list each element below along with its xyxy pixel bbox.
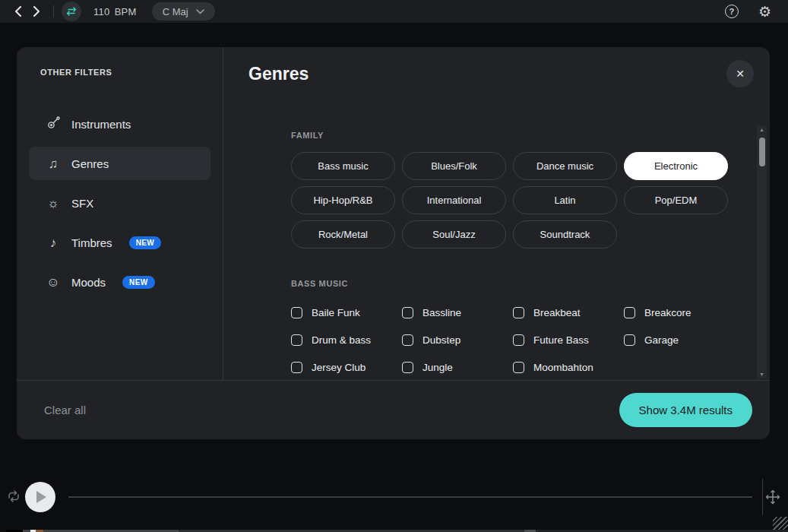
chevron-down-icon: [196, 9, 204, 14]
family-pill-soundtrack[interactable]: Soundtrack: [513, 220, 617, 249]
checkbox-icon[interactable]: [402, 307, 413, 318]
bpm-sync-button[interactable]: [62, 2, 81, 21]
new-badge: NEW: [122, 276, 155, 289]
checkbox-label: Baile Funk: [312, 307, 360, 318]
player-divider: [762, 479, 763, 515]
new-badge: NEW: [129, 236, 162, 249]
subgenre-breakcore[interactable]: Breakcore: [624, 299, 735, 326]
checkbox-icon[interactable]: [402, 334, 413, 346]
subgenre-dubstep[interactable]: Dubstep: [402, 326, 513, 353]
checkbox-icon[interactable]: [291, 307, 302, 318]
forward-button[interactable]: [27, 2, 46, 21]
family-pill-rock-metal[interactable]: Rock/Metal: [291, 220, 395, 249]
checkbox-label: Future Bass: [533, 334, 589, 346]
bpm-display: 110 BPM: [93, 6, 137, 17]
back-button[interactable]: [9, 2, 27, 21]
checkbox-label: Jersey Club: [312, 362, 366, 373]
family-pill-international[interactable]: International: [402, 186, 506, 214]
bpm-value: 110: [93, 6, 110, 17]
chevron-right-icon: [32, 6, 41, 17]
panel-title: Genres: [248, 64, 309, 84]
checkbox-icon[interactable]: [624, 307, 635, 318]
filters-sidebar: OTHER FILTERS Instruments ♫ Genres: [17, 47, 223, 380]
checkbox-label: Garage: [644, 334, 679, 346]
checkbox-label: Bassline: [422, 307, 461, 318]
player-bar: [0, 471, 788, 524]
subgenre-jersey-club[interactable]: Jersey Club: [291, 353, 402, 381]
bass-music-heading: BASS MUSIC: [291, 279, 735, 288]
family-pill-blues-folk[interactable]: Blues/Folk: [402, 152, 506, 180]
checkbox-icon[interactable]: [624, 334, 635, 346]
sidebar-item-label: Timbres: [71, 236, 112, 249]
checkbox-label: Jungle: [422, 362, 453, 373]
checkbox-label: Drum & bass: [312, 334, 371, 346]
seek-bar[interactable]: [68, 496, 752, 498]
checkbox-icon[interactable]: [291, 362, 302, 373]
music-notes-icon: ♫: [46, 157, 61, 170]
family-pill-pop-edm[interactable]: Pop/EDM: [624, 186, 728, 214]
subgenre-baile-funk[interactable]: Baile Funk: [291, 299, 402, 326]
show-results-button[interactable]: Show 3.4M results: [619, 393, 752, 427]
scrollbar-thumb[interactable]: [759, 138, 765, 166]
settings-gear-icon[interactable]: ⚙: [758, 5, 771, 19]
chevron-left-icon: [14, 6, 23, 17]
subgenre-drum-and-bass[interactable]: Drum & bass: [291, 326, 402, 353]
music-note-icon: ♪: [46, 236, 61, 249]
checkbox-icon[interactable]: [513, 307, 524, 318]
sidebar-item-sfx[interactable]: ☼ SFX: [29, 186, 210, 220]
help-icon[interactable]: ?: [725, 5, 739, 18]
checkbox-label: Moombahton: [533, 362, 593, 373]
loop-icon[interactable]: [6, 489, 21, 505]
subgenre-checkbox-grid: Baile Funk Bassline Breakbeat Breakcore …: [291, 299, 735, 381]
checkbox-icon[interactable]: [291, 334, 302, 346]
checkbox-label: Breakbeat: [533, 307, 581, 318]
clear-all-button[interactable]: Clear all: [44, 404, 86, 416]
checkbox-label: Breakcore: [644, 307, 691, 318]
key-selector-dropdown[interactable]: C Maj: [152, 2, 215, 21]
family-heading: FAMILY: [291, 131, 735, 140]
help-glyph: ?: [729, 7, 735, 16]
subgenre-moombahton[interactable]: Moombahton: [513, 353, 624, 381]
subgenre-jungle[interactable]: Jungle: [402, 353, 513, 381]
move-handle-icon[interactable]: [764, 489, 781, 508]
checkbox-icon[interactable]: [402, 362, 413, 373]
scroll-up-icon[interactable]: ▲: [759, 125, 764, 134]
genres-panel: Genres ✕ FAMILY Bass music Blues/Folk Da…: [223, 47, 770, 380]
family-pill-bass-music[interactable]: Bass music: [291, 152, 395, 180]
subgenre-bassline[interactable]: Bassline: [402, 299, 513, 326]
smiley-icon: ☺: [46, 276, 61, 289]
scroll-down-icon[interactable]: ▼: [759, 370, 764, 378]
checkbox-icon[interactable]: [513, 334, 524, 346]
sidebar-item-label: Genres: [71, 157, 109, 170]
close-icon: ✕: [736, 68, 745, 80]
family-pill-grid: Bass music Blues/Folk Dance music Electr…: [291, 152, 735, 249]
guitar-icon: [46, 116, 61, 132]
sidebar-item-label: SFX: [71, 197, 93, 210]
swap-arrows-icon: [66, 7, 77, 16]
sidebar-item-instruments[interactable]: Instruments: [29, 107, 210, 141]
bpm-unit: BPM: [115, 6, 137, 17]
sidebar-item-genres[interactable]: ♫ Genres: [29, 147, 210, 180]
top-toolbar: 110 BPM C Maj ? ⚙: [0, 0, 788, 23]
close-button[interactable]: ✕: [726, 60, 754, 87]
play-icon: [36, 491, 46, 503]
checkbox-label: Dubstep: [422, 334, 460, 346]
family-pill-dance-music[interactable]: Dance music: [513, 152, 617, 180]
sidebar-title: OTHER FILTERS: [40, 68, 223, 77]
family-pill-hip-hop-rnb[interactable]: Hip-Hop/R&B: [291, 186, 395, 214]
sidebar-item-moods[interactable]: ☺ Moods NEW: [29, 265, 210, 299]
subgenre-garage[interactable]: Garage: [624, 326, 735, 353]
vertical-scrollbar[interactable]: ▲ ▼: [757, 125, 767, 378]
sidebar-item-timbres[interactable]: ♪ Timbres NEW: [29, 226, 210, 259]
subgenre-breakbeat[interactable]: Breakbeat: [513, 299, 624, 326]
family-pill-latin[interactable]: Latin: [513, 186, 617, 214]
play-button[interactable]: [25, 482, 55, 512]
subgenre-future-bass[interactable]: Future Bass: [513, 326, 624, 353]
family-pill-electronic[interactable]: Electronic: [624, 152, 728, 180]
checkbox-icon[interactable]: [513, 362, 524, 373]
sun-icon: ☼: [46, 197, 61, 210]
family-pill-soul-jazz[interactable]: Soul/Jazz: [402, 220, 506, 249]
genres-scroll-area: FAMILY Bass music Blues/Folk Dance music…: [223, 100, 770, 381]
filters-modal: OTHER FILTERS Instruments ♫ Genres: [17, 47, 770, 439]
sidebar-item-label: Instruments: [71, 118, 131, 131]
